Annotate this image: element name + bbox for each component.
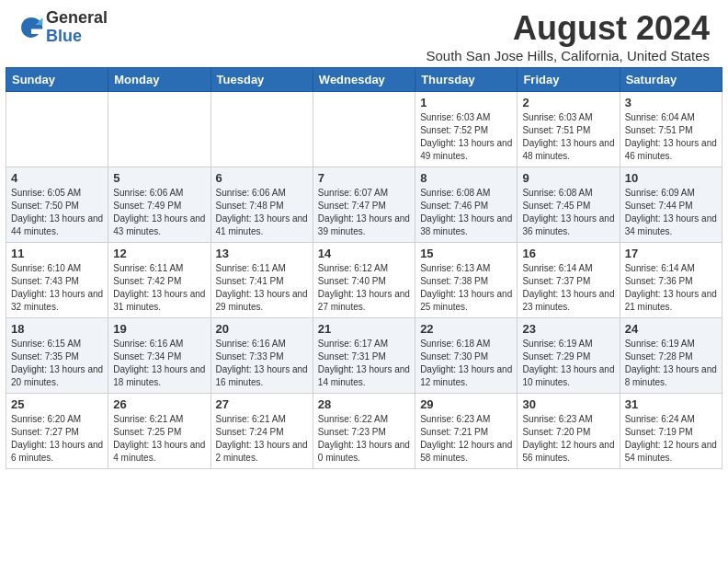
calendar-cell: 18Sunrise: 6:15 AMSunset: 7:35 PMDayligh… [6, 318, 108, 394]
day-info: Sunrise: 6:10 AMSunset: 7:43 PMDaylight:… [11, 262, 103, 314]
calendar-cell: 14Sunrise: 6:12 AMSunset: 7:40 PMDayligh… [313, 243, 415, 318]
calendar-cell: 28Sunrise: 6:22 AMSunset: 7:23 PMDayligh… [313, 394, 415, 469]
day-number: 24 [625, 322, 717, 336]
day-number: 18 [11, 322, 103, 336]
main-title: August 2024 [427, 9, 711, 48]
day-number: 29 [420, 397, 512, 411]
calendar-header-row: Sunday Monday Tuesday Wednesday Thursday… [6, 68, 722, 92]
calendar-cell: 31Sunrise: 6:24 AMSunset: 7:19 PMDayligh… [620, 394, 722, 469]
calendar-cell: 29Sunrise: 6:23 AMSunset: 7:21 PMDayligh… [415, 394, 518, 469]
day-info: Sunrise: 6:04 AMSunset: 7:51 PMDaylight:… [625, 111, 717, 163]
calendar-cell [313, 92, 415, 167]
calendar-week-row: 18Sunrise: 6:15 AMSunset: 7:35 PMDayligh… [6, 318, 722, 394]
subtitle: South San Jose Hills, California, United… [427, 48, 711, 63]
day-number: 9 [522, 171, 614, 185]
calendar-cell: 25Sunrise: 6:20 AMSunset: 7:27 PMDayligh… [6, 394, 108, 469]
day-number: 28 [318, 397, 410, 411]
header-tuesday: Tuesday [210, 68, 313, 92]
day-number: 17 [625, 247, 717, 260]
day-info: Sunrise: 6:08 AMSunset: 7:46 PMDaylight:… [420, 187, 512, 238]
calendar-cell [108, 92, 210, 167]
day-number: 22 [420, 322, 512, 336]
day-info: Sunrise: 6:16 AMSunset: 7:33 PMDaylight:… [216, 338, 308, 389]
day-info: Sunrise: 6:09 AMSunset: 7:44 PMDaylight:… [625, 187, 717, 238]
calendar-week-row: 4Sunrise: 6:05 AMSunset: 7:50 PMDaylight… [6, 167, 722, 243]
day-number: 19 [113, 322, 205, 336]
day-info: Sunrise: 6:20 AMSunset: 7:27 PMDaylight:… [11, 413, 103, 465]
day-info: Sunrise: 6:14 AMSunset: 7:36 PMDaylight:… [625, 262, 717, 314]
day-info: Sunrise: 6:13 AMSunset: 7:38 PMDaylight:… [420, 262, 512, 314]
day-number: 7 [318, 171, 410, 185]
day-number: 15 [420, 247, 512, 260]
calendar-cell: 7Sunrise: 6:07 AMSunset: 7:47 PMDaylight… [313, 167, 415, 243]
calendar-cell: 17Sunrise: 6:14 AMSunset: 7:36 PMDayligh… [620, 243, 722, 318]
day-number: 4 [11, 171, 103, 185]
calendar-cell: 5Sunrise: 6:06 AMSunset: 7:49 PMDaylight… [108, 167, 210, 243]
day-number: 30 [522, 397, 614, 411]
calendar-cell: 22Sunrise: 6:18 AMSunset: 7:30 PMDayligh… [415, 318, 518, 394]
day-number: 11 [11, 247, 103, 260]
calendar-cell: 19Sunrise: 6:16 AMSunset: 7:34 PMDayligh… [108, 318, 210, 394]
calendar-cell: 9Sunrise: 6:08 AMSunset: 7:45 PMDaylight… [518, 167, 620, 243]
calendar-week-row: 25Sunrise: 6:20 AMSunset: 7:27 PMDayligh… [6, 394, 722, 469]
day-number: 8 [420, 171, 512, 185]
day-number: 20 [216, 322, 308, 336]
logo-text: General Blue [46, 9, 108, 46]
day-info: Sunrise: 6:11 AMSunset: 7:41 PMDaylight:… [216, 262, 308, 314]
calendar-cell: 16Sunrise: 6:14 AMSunset: 7:37 PMDayligh… [518, 243, 620, 318]
day-info: Sunrise: 6:18 AMSunset: 7:30 PMDaylight:… [420, 338, 512, 389]
calendar-cell: 1Sunrise: 6:03 AMSunset: 7:52 PMDaylight… [415, 92, 518, 167]
calendar-cell: 4Sunrise: 6:05 AMSunset: 7:50 PMDaylight… [6, 167, 108, 243]
page-header: General Blue August 2024 South San Jose … [0, 0, 728, 67]
calendar-cell: 13Sunrise: 6:11 AMSunset: 7:41 PMDayligh… [210, 243, 313, 318]
calendar-cell: 27Sunrise: 6:21 AMSunset: 7:24 PMDayligh… [210, 394, 313, 469]
day-info: Sunrise: 6:23 AMSunset: 7:21 PMDaylight:… [420, 413, 512, 465]
day-info: Sunrise: 6:03 AMSunset: 7:51 PMDaylight:… [522, 111, 614, 163]
calendar-cell: 11Sunrise: 6:10 AMSunset: 7:43 PMDayligh… [6, 243, 108, 318]
header-thursday: Thursday [415, 68, 518, 92]
day-info: Sunrise: 6:16 AMSunset: 7:34 PMDaylight:… [113, 338, 205, 389]
day-number: 31 [625, 397, 717, 411]
calendar-cell: 12Sunrise: 6:11 AMSunset: 7:42 PMDayligh… [108, 243, 210, 318]
calendar-cell: 8Sunrise: 6:08 AMSunset: 7:46 PMDaylight… [415, 167, 518, 243]
day-number: 12 [113, 247, 205, 260]
day-info: Sunrise: 6:07 AMSunset: 7:47 PMDaylight:… [318, 187, 410, 238]
calendar-cell: 26Sunrise: 6:21 AMSunset: 7:25 PMDayligh… [108, 394, 210, 469]
calendar-cell: 20Sunrise: 6:16 AMSunset: 7:33 PMDayligh… [210, 318, 313, 394]
day-number: 23 [522, 322, 614, 336]
day-number: 21 [318, 322, 410, 336]
day-number: 26 [113, 397, 205, 411]
day-number: 14 [318, 247, 410, 260]
calendar-cell: 21Sunrise: 6:17 AMSunset: 7:31 PMDayligh… [313, 318, 415, 394]
day-info: Sunrise: 6:21 AMSunset: 7:25 PMDaylight:… [113, 413, 205, 465]
day-number: 3 [625, 96, 717, 109]
day-info: Sunrise: 6:21 AMSunset: 7:24 PMDaylight:… [216, 413, 308, 465]
calendar-cell [210, 92, 313, 167]
day-info: Sunrise: 6:06 AMSunset: 7:49 PMDaylight:… [113, 187, 205, 238]
day-number: 27 [216, 397, 308, 411]
day-info: Sunrise: 6:23 AMSunset: 7:20 PMDaylight:… [522, 413, 614, 465]
calendar-week-row: 1Sunrise: 6:03 AMSunset: 7:52 PMDaylight… [6, 92, 722, 167]
day-number: 2 [522, 96, 614, 109]
header-monday: Monday [108, 68, 210, 92]
header-friday: Friday [518, 68, 620, 92]
logo: General Blue [18, 9, 108, 46]
day-number: 1 [420, 96, 512, 109]
header-saturday: Saturday [620, 68, 722, 92]
day-number: 25 [11, 397, 103, 411]
day-info: Sunrise: 6:17 AMSunset: 7:31 PMDaylight:… [318, 338, 410, 389]
day-number: 6 [216, 171, 308, 185]
day-info: Sunrise: 6:05 AMSunset: 7:50 PMDaylight:… [11, 187, 103, 238]
day-info: Sunrise: 6:14 AMSunset: 7:37 PMDaylight:… [522, 262, 614, 314]
day-info: Sunrise: 6:11 AMSunset: 7:42 PMDaylight:… [113, 262, 205, 314]
header-sunday: Sunday [6, 68, 108, 92]
calendar-week-row: 11Sunrise: 6:10 AMSunset: 7:43 PMDayligh… [6, 243, 722, 318]
calendar-cell: 3Sunrise: 6:04 AMSunset: 7:51 PMDaylight… [620, 92, 722, 167]
day-info: Sunrise: 6:19 AMSunset: 7:28 PMDaylight:… [625, 338, 717, 389]
day-info: Sunrise: 6:24 AMSunset: 7:19 PMDaylight:… [625, 413, 717, 465]
calendar-cell: 23Sunrise: 6:19 AMSunset: 7:29 PMDayligh… [518, 318, 620, 394]
calendar-cell: 30Sunrise: 6:23 AMSunset: 7:20 PMDayligh… [518, 394, 620, 469]
day-info: Sunrise: 6:15 AMSunset: 7:35 PMDaylight:… [11, 338, 103, 389]
calendar-table: Sunday Monday Tuesday Wednesday Thursday… [6, 67, 722, 469]
calendar-cell: 24Sunrise: 6:19 AMSunset: 7:28 PMDayligh… [620, 318, 722, 394]
